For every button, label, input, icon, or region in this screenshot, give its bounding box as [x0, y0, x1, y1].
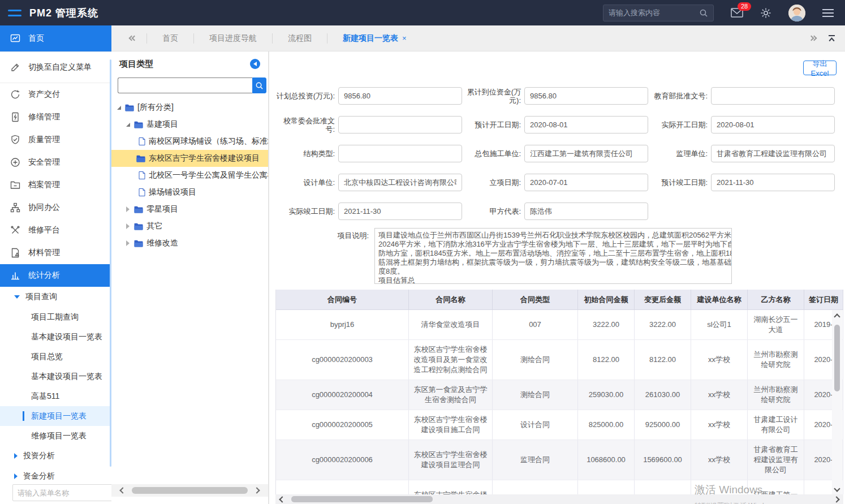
sidebar-submenu-item[interactable]: 项目工期查询 [0, 307, 111, 327]
collapse-up-icon[interactable] [827, 35, 836, 42]
sidebar-item-safety[interactable]: 安全管理 [0, 151, 111, 174]
global-search-input[interactable] [609, 8, 699, 17]
form-input[interactable] [711, 174, 835, 191]
sidebar-submenu-item[interactable]: 高基511 [0, 386, 111, 406]
avatar[interactable] [788, 5, 805, 21]
form-input[interactable] [711, 145, 835, 162]
sidebar-submenu-item[interactable]: 新建项目一览表 [0, 406, 111, 426]
sidebar-submenu-item[interactable]: 项目总览 [0, 347, 111, 367]
tree-node-folder[interactable]: 维修改造 [111, 235, 268, 252]
scroll-right-icon[interactable] [833, 496, 839, 502]
scrollbar-thumb[interactable] [834, 325, 840, 391]
export-excel-button[interactable]: 导出Excel [803, 61, 837, 75]
scroll-left-icon[interactable] [119, 487, 126, 493]
tree-collapsed-icon[interactable] [126, 206, 130, 212]
form-input[interactable] [524, 203, 648, 220]
tree-leaf-project[interactable]: 北校区一号学生公寓及留学生公寓楼建 [111, 167, 268, 184]
contract-table: 合同编号合同名称合同类型初始合同金额变更后金额建设单位名称乙方名称签订日期 by… [275, 290, 843, 496]
sidebar-item-home[interactable]: 首页 [0, 25, 111, 51]
table-header-cell[interactable]: 初始合同金额 [578, 290, 635, 310]
tree-leaf-project[interactable]: 南校区网球场铺设（练习场、标准场）工 [111, 133, 268, 150]
tree-node-capital-projects[interactable]: 基建项目 [111, 116, 268, 133]
form-input[interactable] [524, 87, 648, 105]
form-input[interactable] [524, 174, 648, 191]
mail-button[interactable]: 28 [731, 8, 743, 18]
sidebar-submenu-item[interactable]: 基本建设项目一览表 [0, 367, 111, 386]
scroll-right-icon[interactable] [253, 487, 260, 493]
table-header-cell[interactable]: 合同名称 [409, 290, 493, 310]
sidebar-item-quality[interactable]: 质量管理 [0, 128, 111, 151]
tab-flowchart[interactable]: 流程图 [273, 33, 327, 44]
sidebar-item-statistics[interactable]: 统计分析 [0, 264, 111, 287]
scroll-down-icon[interactable] [834, 485, 840, 492]
sidebar-item-repair[interactable]: 修缮管理 [0, 106, 111, 128]
table-row[interactable]: byprj16 清华食堂改造项目 007 3222.00 3222.00 sl公… [276, 310, 843, 340]
scrollbar-thumb[interactable] [132, 487, 248, 494]
tree-search-input[interactable] [118, 77, 252, 93]
settings-button[interactable] [760, 7, 771, 19]
table-vertical-scrollbar[interactable] [832, 310, 842, 496]
safety-plus-icon [10, 157, 20, 167]
tabs-scroll-right-icon[interactable] [809, 36, 816, 40]
form-input[interactable] [711, 87, 835, 105]
sidebar-item-material[interactable]: 材料管理 [0, 242, 111, 264]
table-cell-contract-type: 设计合同 [493, 410, 578, 440]
form-input[interactable] [338, 116, 462, 133]
tree-collapsed-icon[interactable] [126, 223, 130, 229]
form-input[interactable] [338, 203, 462, 220]
scrollbar-thumb[interactable] [291, 496, 433, 502]
tab-home[interactable]: 首页 [147, 33, 193, 44]
table-row[interactable]: cg0000020200005 东校区吉宁学生宿舍楼建设项目施工合同 设计合同 … [276, 410, 843, 440]
sidebar-scrollbar[interactable] [110, 59, 111, 467]
tree-node-selected-project[interactable]: 东校区吉宁学生宿舍楼建设项目 [111, 150, 268, 167]
sidebar-item-switch-menu[interactable]: 切换至自定义菜单 [0, 51, 111, 83]
tabs-scroll-left-icon[interactable] [120, 36, 136, 40]
form-input[interactable] [711, 116, 835, 133]
form-field [524, 174, 648, 191]
tree-node-folder[interactable]: 零星项目 [111, 201, 268, 218]
tree-expanded-icon[interactable] [117, 106, 121, 110]
sidebar-submenu-item[interactable]: 维修项目一览表 [0, 426, 111, 446]
tree-horizontal-scrollbar[interactable] [111, 484, 268, 497]
more-menu-icon[interactable] [822, 9, 834, 17]
tree-collapsed-icon[interactable] [126, 240, 130, 246]
sidebar-submenu-item[interactable]: 基本建设项目一览表 [0, 327, 111, 347]
project-description[interactable]: 项目建设地点位于兰州市西固区山丹街1539号兰州石化职业技术学院东校区校园内，总… [374, 228, 732, 284]
form-input[interactable] [524, 145, 648, 162]
tree-leaf-project[interactable]: 操场铺设项目 [111, 184, 268, 201]
tree-node-all-categories[interactable]: [所有分类] [111, 99, 268, 116]
table-header-cell[interactable]: 建设单位名称 [691, 290, 748, 310]
form-input[interactable] [338, 87, 462, 105]
menu-toggle-icon[interactable] [8, 10, 21, 16]
table-header-cell[interactable]: 乙方名称 [748, 290, 804, 310]
tree-node-folder[interactable]: 其它 [111, 218, 268, 235]
tree-expanded-icon[interactable] [126, 123, 130, 127]
sidebar-item-asset-delivery[interactable]: 资产交付 [0, 83, 111, 106]
table-header-cell[interactable]: 合同类型 [493, 290, 578, 310]
table-row[interactable]: cg0000020200003 东校区吉宁学生宿舍楼改造项目及第一食堂改造工程控… [276, 340, 843, 380]
close-tab-icon[interactable]: × [402, 34, 407, 42]
form-input[interactable] [524, 116, 648, 133]
table-header-cell[interactable]: 签订日期 [804, 290, 843, 310]
search-icon[interactable] [699, 8, 708, 18]
table-horizontal-scrollbar[interactable] [275, 494, 843, 504]
table-header-cell[interactable]: 合同编号 [276, 290, 409, 310]
table-row[interactable]: 东校区吉宁学生宿舍楼 江西建工第一 [276, 480, 843, 496]
sidebar-group-investment-analysis[interactable]: 投资分析 [0, 446, 111, 466]
table-row[interactable]: cg0000020200004 东区第一食堂及吉宁学生宿舍测绘合同 测绘合同 2… [276, 380, 843, 410]
collapse-panel-button[interactable] [250, 59, 260, 69]
form-input[interactable] [338, 174, 462, 191]
sidebar-item-maintenance[interactable]: 维修平台 [0, 219, 111, 242]
tab-project-progress[interactable]: 项目进度导航 [194, 33, 272, 44]
table-row[interactable]: cg0000020200006 东校区吉宁学生宿舍楼建设项目监理合同 监理合同 … [276, 440, 843, 480]
sidebar-item-collaboration[interactable]: 协同办公 [0, 196, 111, 219]
scroll-left-icon[interactable] [279, 496, 285, 502]
sidebar-group-project-query[interactable]: 项目查询 [0, 287, 111, 307]
tree-search-button[interactable] [252, 77, 266, 93]
sidebar-item-archive[interactable]: 档案管理 [0, 174, 111, 196]
table-header-cell[interactable]: 变更后金额 [635, 290, 691, 310]
form-input[interactable] [338, 145, 462, 162]
menu-search-input[interactable] [18, 489, 111, 497]
scroll-up-icon[interactable] [834, 313, 840, 320]
tab-new-project-list[interactable]: 新建项目一览表× [327, 33, 422, 44]
